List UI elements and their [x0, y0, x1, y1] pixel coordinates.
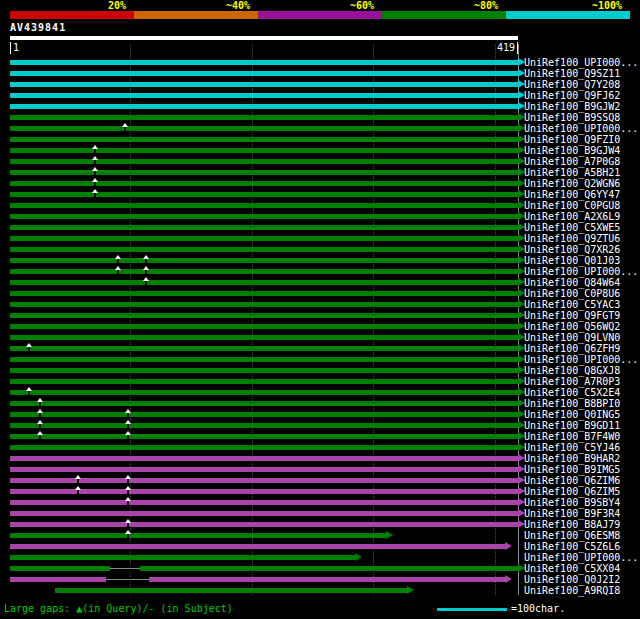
row-label[interactable]: UniRef100_Q6ESM8 [524, 530, 620, 541]
alignment-bar[interactable] [10, 478, 518, 483]
alignment-row[interactable]: UniRef100_B8BPI0 [0, 398, 640, 409]
alignment-row[interactable]: UniRef100_Q7XR26 [0, 244, 640, 255]
row-label[interactable]: UniRef100_Q9ZTU6 [524, 233, 620, 244]
alignment-bar[interactable] [10, 456, 518, 461]
alignment-row[interactable]: UniRef100_Q01J03 [0, 255, 640, 266]
alignment-row[interactable]: UniRef100_B9SSQ8 [0, 112, 640, 123]
alignment-bar[interactable] [10, 566, 518, 571]
row-label[interactable]: UniRef100_Q9SZ11 [524, 68, 620, 79]
row-label[interactable]: UniRef100_A7R0P3 [524, 376, 620, 387]
alignment-row[interactable]: UniRef100_Q9LVN0 [0, 332, 640, 343]
row-label[interactable]: UniRef100_UPI000... [524, 57, 638, 68]
alignment-row[interactable]: UniRef100_C0P8U6 [0, 288, 640, 299]
row-label[interactable]: UniRef100_Q9FJ62 [524, 90, 620, 101]
alignment-row[interactable]: UniRef100_UPI000... [0, 266, 640, 277]
alignment-bar[interactable] [10, 291, 518, 296]
alignment-bar[interactable] [10, 335, 518, 340]
alignment-row[interactable]: UniRef100_A7P0G8 [0, 156, 640, 167]
alignment-row[interactable]: UniRef100_Q0J2I2 [0, 574, 640, 585]
alignment-bar[interactable] [10, 533, 386, 538]
alignment-bar[interactable] [10, 357, 518, 362]
row-label[interactable]: UniRef100_C5YJ46 [524, 442, 620, 453]
row-label[interactable]: UniRef100_Q01J03 [524, 255, 620, 266]
row-label[interactable]: UniRef100_Q2WGN6 [524, 178, 620, 189]
alignment-bar[interactable] [55, 588, 407, 593]
alignment-bar[interactable] [10, 225, 518, 230]
alignment-bar[interactable] [10, 555, 355, 560]
row-label[interactable]: UniRef100_C5X2E4 [524, 387, 620, 398]
alignment-row[interactable]: UniRef100_C5XWE5 [0, 222, 640, 233]
alignment-row[interactable]: UniRef100_Q6ZIM6 [0, 475, 640, 486]
alignment-bar[interactable] [10, 93, 518, 98]
alignment-bar[interactable] [10, 412, 518, 417]
alignment-bar[interactable] [10, 302, 518, 307]
row-label[interactable]: UniRef100_C5YAC3 [524, 299, 620, 310]
row-label[interactable]: UniRef100_A7P0G8 [524, 156, 620, 167]
alignment-bar[interactable] [10, 258, 518, 263]
alignment-bar[interactable] [10, 368, 518, 373]
row-label[interactable]: UniRef100_B8AJ79 [524, 519, 620, 530]
row-label[interactable]: UniRef100_Q9FGT9 [524, 310, 620, 321]
alignment-row[interactable]: UniRef100_Q9ZTU6 [0, 233, 640, 244]
alignment-row[interactable]: UniRef100_Q8GXJ8 [0, 365, 640, 376]
row-label[interactable]: UniRef100_B9SSQ8 [524, 112, 620, 123]
alignment-bar[interactable] [10, 60, 518, 65]
alignment-bar[interactable] [10, 445, 518, 450]
alignment-row[interactable]: UniRef100_UPI000... [0, 552, 640, 563]
alignment-bar[interactable] [10, 434, 518, 439]
alignment-bar[interactable] [10, 203, 518, 208]
alignment-bar[interactable] [10, 313, 518, 318]
alignment-row[interactable]: UniRef100_A2X6L9 [0, 211, 640, 222]
alignment-bar[interactable] [10, 346, 518, 351]
alignment-row[interactable]: UniRef100_Q84W64 [0, 277, 640, 288]
alignment-bar[interactable] [10, 71, 518, 76]
alignment-row[interactable]: UniRef100_Q9FGT9 [0, 310, 640, 321]
alignment-bar[interactable] [10, 214, 518, 219]
row-label[interactable]: UniRef100_B9GD11 [524, 420, 620, 431]
alignment-row[interactable]: UniRef100_A5BH21 [0, 167, 640, 178]
row-label[interactable]: UniRef100_Q0ING5 [524, 409, 620, 420]
alignment-bar[interactable] [10, 82, 518, 87]
alignment-bar[interactable] [10, 170, 518, 175]
row-label[interactable]: UniRef100_Q56WQ2 [524, 321, 620, 332]
alignment-row[interactable]: UniRef100_B9GD11 [0, 420, 640, 431]
alignment-bar[interactable] [10, 137, 518, 142]
alignment-row[interactable]: UniRef100_B9IMG5 [0, 464, 640, 475]
alignment-row[interactable]: UniRef100_B7F4W0 [0, 431, 640, 442]
alignment-row[interactable]: UniRef100_UPI000... [0, 123, 640, 134]
alignment-bar[interactable] [10, 269, 518, 274]
alignment-row[interactable]: UniRef100_Q6ZFH9 [0, 343, 640, 354]
alignment-row[interactable]: UniRef100_UPI000... [0, 57, 640, 68]
alignment-bar[interactable] [10, 390, 518, 395]
alignment-bar[interactable] [10, 148, 518, 153]
row-label[interactable]: UniRef100_Q6ZIM5 [524, 486, 620, 497]
row-label[interactable]: UniRef100_C0P8U6 [524, 288, 620, 299]
row-label[interactable]: UniRef100_B9SBY4 [524, 497, 620, 508]
alignment-bar[interactable] [10, 324, 518, 329]
alignment-row[interactable]: UniRef100_Q0ING5 [0, 409, 640, 420]
alignment-row[interactable]: UniRef100_B8AJ79 [0, 519, 640, 530]
row-label[interactable]: UniRef100_B9GJW4 [524, 145, 620, 156]
alignment-row[interactable]: UniRef100_UPI000... [0, 354, 640, 365]
alignment-row[interactable]: UniRef100_C5YJ46 [0, 442, 640, 453]
row-label[interactable]: UniRef100_A9RQI8 [524, 585, 620, 596]
alignment-row[interactable]: UniRef100_Q2WGN6 [0, 178, 640, 189]
alignment-bar[interactable] [10, 577, 505, 582]
alignment-bar[interactable] [10, 544, 505, 549]
alignment-bar[interactable] [10, 500, 518, 505]
row-label[interactable]: UniRef100_B9IMG5 [524, 464, 620, 475]
alignment-bar[interactable] [10, 489, 518, 494]
alignment-bar[interactable] [10, 159, 518, 164]
row-label[interactable]: UniRef100_C5XX04 [524, 563, 620, 574]
alignment-row[interactable]: UniRef100_A9RQI8 [0, 585, 640, 596]
row-label[interactable]: UniRef100_B8BPI0 [524, 398, 620, 409]
alignment-row[interactable]: UniRef100_C5XX04 [0, 563, 640, 574]
alignment-bar[interactable] [10, 247, 518, 252]
alignment-bar[interactable] [10, 181, 518, 186]
alignment-row[interactable]: UniRef100_C0PGU8 [0, 200, 640, 211]
row-label[interactable]: UniRef100_A5BH21 [524, 167, 620, 178]
alignment-row[interactable]: UniRef100_B9F3R4 [0, 508, 640, 519]
alignment-bar[interactable] [10, 423, 518, 428]
row-label[interactable]: UniRef100_Q6ZIM6 [524, 475, 620, 486]
alignment-bar[interactable] [10, 401, 518, 406]
